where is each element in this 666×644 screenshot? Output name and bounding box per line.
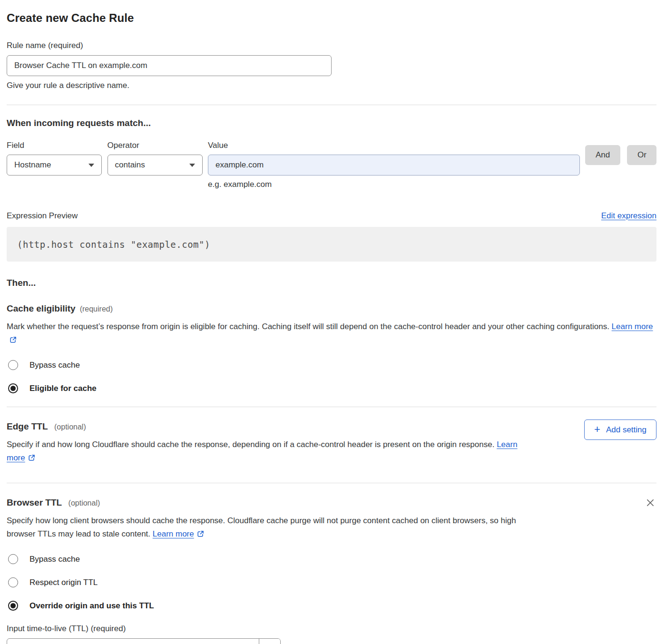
match-heading: When incoming requests match... [7, 118, 656, 128]
value-input[interactable] [208, 155, 580, 176]
page-title: Create new Cache Rule [7, 11, 656, 25]
radio-icon [8, 360, 18, 370]
radio-eligible-for-cache[interactable]: Eligible for cache [7, 383, 97, 393]
operator-column: Operator contains [108, 141, 208, 176]
radio-respect-origin-ttl[interactable]: Respect origin TTL [7, 577, 98, 587]
radio-icon [8, 577, 18, 587]
radio-label: Override origin and use this TTL [29, 601, 154, 611]
field-column: Field Hostname [7, 141, 108, 176]
browser-ttl-header: Browser TTL (optional) Specify how long … [7, 498, 656, 542]
ttl-select-arrow[interactable] [259, 639, 280, 644]
edge-ttl-description: Specify if and how long Cloudflare shoul… [7, 438, 530, 466]
radio-label: Respect origin TTL [29, 578, 98, 587]
add-setting-label: Add setting [606, 425, 646, 435]
ttl-select[interactable]: 1 day [7, 638, 281, 644]
browser-ttl-options: Bypass cache Respect origin TTL Override… [7, 554, 656, 611]
operator-select[interactable]: contains [108, 155, 203, 176]
expression-header: Expression Preview Edit expression [7, 211, 656, 221]
external-link-icon [197, 528, 204, 542]
cache-eligibility-description: Mark whether the request’s response from… [7, 320, 656, 348]
radio-bypass-cache[interactable]: Bypass cache [7, 360, 80, 370]
field-select-value: Hostname [14, 160, 51, 170]
rule-name-help: Give your rule a descriptive name. [7, 81, 656, 90]
edge-ttl-description-text: Specify if and how long Cloudflare shoul… [7, 440, 494, 449]
expression-preview-label: Expression Preview [7, 211, 78, 221]
field-select[interactable]: Hostname [7, 155, 102, 176]
add-setting-button[interactable]: + Add setting [584, 420, 656, 440]
operator-label: Operator [108, 141, 208, 150]
browser-ttl-learn-more-link[interactable]: Learn more [153, 529, 194, 538]
browser-ttl-description-text: Specify how long client browsers should … [7, 516, 516, 538]
rule-name-input[interactable] [7, 55, 332, 76]
section-divider [7, 407, 656, 407]
andor-buttons: And Or [580, 145, 656, 165]
rule-name-label: Rule name (required) [7, 41, 656, 50]
browser-ttl-title: Browser TTL [7, 498, 62, 507]
value-column: Value e.g. example.com [208, 141, 580, 189]
edge-ttl-optional-badge: (optional) [54, 423, 86, 431]
external-link-icon [10, 334, 17, 348]
section-divider [7, 105, 656, 105]
radio-icon [8, 383, 18, 393]
ttl-select-value: 1 day [7, 639, 259, 644]
value-help: e.g. example.com [208, 180, 580, 189]
edit-expression-link[interactable]: Edit expression [601, 211, 656, 221]
cache-eligibility-header: Cache eligibility (required) [7, 303, 656, 314]
cache-eligibility-required-badge: (required) [80, 305, 113, 313]
browser-ttl-optional-badge: (optional) [69, 499, 100, 507]
close-icon [645, 498, 656, 508]
section-divider [7, 483, 656, 483]
and-button[interactable]: And [585, 145, 620, 165]
value-label: Value [208, 141, 580, 150]
radio-override-origin-ttl[interactable]: Override origin and use this TTL [7, 601, 154, 611]
cache-eligibility-title: Cache eligibility [7, 303, 76, 314]
chevron-down-icon [189, 164, 195, 167]
cache-eligibility-learn-more-link[interactable]: Learn more [612, 322, 653, 331]
expression-code: (http.host contains "example.com") [17, 239, 210, 250]
expression-code-block: (http.host contains "example.com") [7, 227, 656, 262]
radio-label: Eligible for cache [29, 384, 97, 393]
then-heading: Then... [7, 278, 656, 288]
ttl-input-label: Input time-to-live (TTL) (required) [7, 624, 656, 634]
cache-eligibility-description-text: Mark whether the request’s response from… [7, 322, 609, 331]
operator-select-value: contains [115, 160, 145, 170]
radio-bypass-cache[interactable]: Bypass cache [7, 554, 80, 564]
edge-ttl-header: Edge TTL (optional) Specify if and how l… [7, 421, 656, 466]
field-label: Field [7, 141, 108, 150]
chevron-down-icon [88, 164, 94, 167]
or-button[interactable]: Or [627, 145, 656, 165]
condition-row: Field Hostname Operator contains Value e… [7, 141, 656, 189]
radio-icon [8, 554, 18, 564]
external-link-icon [28, 452, 35, 466]
close-browser-ttl-button[interactable] [644, 497, 656, 510]
radio-icon [8, 601, 18, 611]
cache-eligibility-options: Bypass cache Eligible for cache [7, 360, 656, 393]
browser-ttl-description: Specify how long client browsers should … [7, 514, 530, 542]
plus-icon: + [594, 424, 600, 435]
radio-label: Bypass cache [29, 361, 80, 370]
edge-ttl-title: Edge TTL [7, 421, 48, 431]
radio-label: Bypass cache [29, 555, 80, 564]
